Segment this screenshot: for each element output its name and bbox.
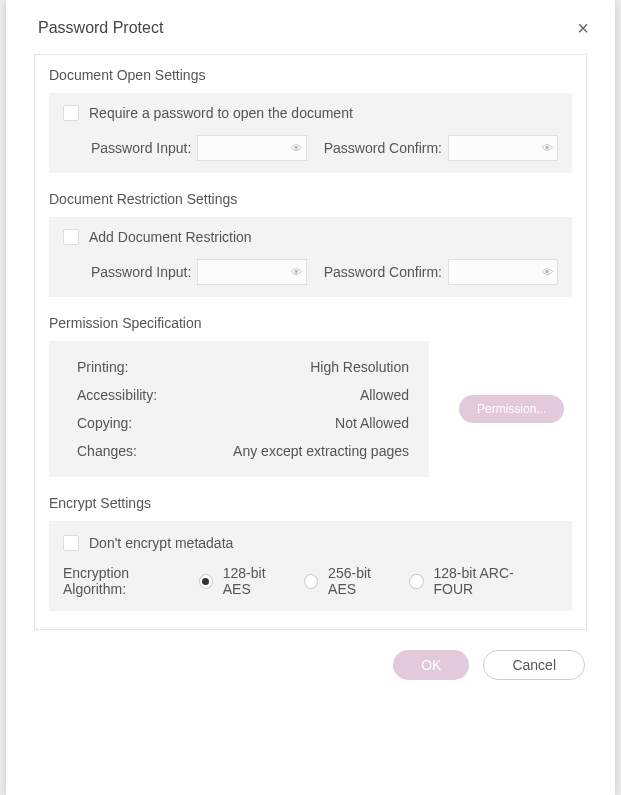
permission-row-value: Any except extracting pages — [233, 443, 409, 459]
document-restriction-settings-section: Document Restriction Settings Add Docume… — [49, 191, 572, 297]
open-password-input[interactable] — [197, 135, 307, 161]
restriction-password-row: Password Input: 👁 Password Confirm: 👁 — [63, 259, 558, 285]
permission-specification-section: Permission Specification Printing:High R… — [49, 315, 572, 477]
encryption-option-label: 256-bit AES — [328, 565, 397, 597]
add-restriction-label: Add Document Restriction — [89, 229, 252, 245]
dialog-title: Password Protect — [38, 19, 163, 37]
restriction-password-input-label: Password Input: — [91, 264, 191, 280]
permission-specification-title: Permission Specification — [49, 315, 572, 331]
permission-row-label: Changes: — [77, 443, 137, 459]
add-restriction-checkbox[interactable] — [63, 229, 79, 245]
close-button[interactable]: × — [577, 18, 589, 38]
restriction-password-confirm-label: Password Confirm: — [324, 264, 442, 280]
restriction-password-input[interactable] — [197, 259, 307, 285]
permission-row-label: Copying: — [77, 415, 132, 431]
permission-row-value: Allowed — [360, 387, 409, 403]
open-password-confirm-label: Password Confirm: — [324, 140, 442, 156]
ok-button[interactable]: OK — [393, 650, 469, 680]
cancel-button[interactable]: Cancel — [483, 650, 585, 680]
open-password-input-wrap: 👁 — [197, 135, 307, 161]
encryption-option-label: 128-bit AES — [223, 565, 292, 597]
restriction-password-confirm-wrap: 👁 — [448, 259, 558, 285]
encryption-option: 128-bit ARC-FOUR — [409, 565, 546, 597]
restriction-password-input-wrap: 👁 — [197, 259, 307, 285]
encryption-option-radio[interactable] — [199, 574, 213, 589]
permission-row-value: High Resolution — [310, 359, 409, 375]
require-password-label: Require a password to open the document — [89, 105, 353, 121]
password-protect-dialog: Password Protect × Document Open Setting… — [6, 0, 615, 795]
encryption-option-label: 128-bit ARC-FOUR — [434, 565, 546, 597]
require-password-checkbox[interactable] — [63, 105, 79, 121]
encryption-algorithm-label: Encryption Algorithm: — [63, 565, 189, 597]
open-password-input-label: Password Input: — [91, 140, 191, 156]
dialog-header: Password Protect × — [6, 0, 615, 48]
document-open-settings-body: Require a password to open the document … — [49, 93, 572, 173]
encryption-option: 256-bit AES — [304, 565, 397, 597]
encryption-algorithm-row: Encryption Algorithm: 128-bit AES256-bit… — [63, 565, 558, 597]
require-password-row: Require a password to open the document — [63, 105, 558, 121]
open-password-confirm-wrap: 👁 — [448, 135, 558, 161]
add-restriction-row: Add Document Restriction — [63, 229, 558, 245]
encrypt-settings-section: Encrypt Settings Don't encrypt metadata … — [49, 495, 572, 611]
document-restriction-settings-title: Document Restriction Settings — [49, 191, 572, 207]
permission-row-value: Not Allowed — [335, 415, 409, 431]
permission-row-label: Printing: — [77, 359, 128, 375]
permission-row: Changes:Any except extracting pages — [63, 437, 415, 465]
dialog-footer: OK Cancel — [6, 630, 615, 700]
document-open-settings-title: Document Open Settings — [49, 67, 572, 83]
encrypt-settings-body: Don't encrypt metadata Encryption Algori… — [49, 521, 572, 611]
permission-row: Printing:High Resolution — [63, 353, 415, 381]
permission-row: Copying:Not Allowed — [63, 409, 415, 437]
open-password-row: Password Input: 👁 Password Confirm: 👁 — [63, 135, 558, 161]
encrypt-settings-title: Encrypt Settings — [49, 495, 572, 511]
dont-encrypt-metadata-checkbox[interactable] — [63, 535, 79, 551]
dialog-body: Document Open Settings Require a passwor… — [34, 54, 587, 630]
permission-row: Accessibility:Allowed — [63, 381, 415, 409]
permission-wrap: Printing:High ResolutionAccessibility:Al… — [49, 341, 572, 477]
permission-row-label: Accessibility: — [77, 387, 157, 403]
permission-table: Printing:High ResolutionAccessibility:Al… — [49, 341, 429, 477]
encryption-option: 128-bit AES — [199, 565, 292, 597]
encryption-option-radio[interactable] — [304, 574, 318, 589]
dont-encrypt-metadata-row: Don't encrypt metadata — [63, 535, 558, 551]
open-password-confirm-input[interactable] — [448, 135, 558, 161]
permission-button[interactable]: Permission... — [459, 395, 564, 423]
encryption-option-radio[interactable] — [409, 574, 423, 589]
document-restriction-settings-body: Add Document Restriction Password Input:… — [49, 217, 572, 297]
document-open-settings-section: Document Open Settings Require a passwor… — [49, 67, 572, 173]
dont-encrypt-metadata-label: Don't encrypt metadata — [89, 535, 233, 551]
restriction-password-confirm-input[interactable] — [448, 259, 558, 285]
